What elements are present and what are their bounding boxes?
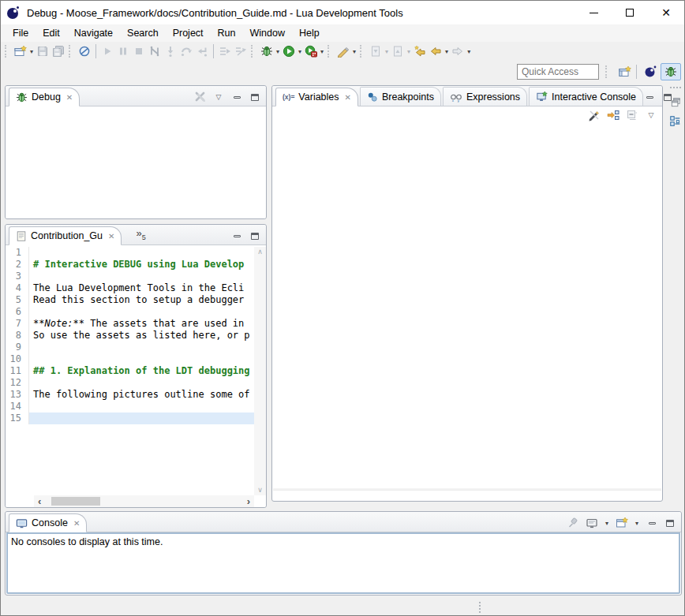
quick-access-input[interactable] (517, 64, 599, 80)
back-dropdown[interactable]: ▾ (444, 48, 450, 55)
line-number[interactable]: 11 (6, 365, 29, 377)
tab-interactive-console[interactable]: Interactive Console (529, 87, 643, 106)
coverage-button[interactable] (303, 43, 319, 60)
view-menu-button[interactable]: ▽ (212, 91, 225, 103)
menu-item-search[interactable]: Search (120, 25, 166, 41)
debug-dropdown[interactable]: ▾ (275, 48, 281, 55)
minimize-view-button[interactable] (646, 517, 658, 528)
display-selected-console-button[interactable] (586, 517, 598, 528)
line-number[interactable]: 6 (6, 306, 29, 318)
maximize-view-button[interactable] (249, 230, 261, 241)
scroll-down-icon[interactable]: ∨ (257, 487, 263, 494)
line-number[interactable]: 2 (6, 259, 29, 271)
resume-button[interactable] (99, 43, 115, 60)
line-number[interactable]: 12 (6, 377, 29, 389)
menu-item-file[interactable]: File (6, 25, 36, 41)
new-wizard-button[interactable] (13, 43, 28, 60)
tab-console[interactable]: Console ✕ (9, 513, 87, 532)
editor-horizontal-scrollbar[interactable]: ‹ › (34, 495, 254, 507)
open-console-button[interactable] (616, 517, 628, 528)
show-logical-structures-button[interactable] (607, 110, 619, 121)
line-number[interactable]: 9 (6, 342, 29, 353)
menu-item-edit[interactable]: Edit (36, 25, 67, 41)
tab-breakpoints[interactable]: Breakpoints (360, 87, 441, 106)
scroll-right-icon[interactable]: › (243, 496, 254, 506)
variables-content[interactable] (273, 106, 661, 500)
pin-console-button[interactable] (567, 517, 580, 528)
run-dropdown[interactable]: ▾ (297, 48, 303, 55)
line-number[interactable]: 13 (6, 389, 29, 401)
tab-debug[interactable]: Debug ✕ (9, 88, 80, 106)
show-type-names-button[interactable] (588, 110, 601, 121)
toolbar-drag-handle[interactable] (5, 45, 10, 58)
line-number[interactable]: 7 (6, 318, 29, 330)
line-number[interactable]: 4 (6, 282, 29, 294)
debug-perspective-button[interactable] (661, 63, 681, 80)
tab-expressions[interactable]: xy Expressions (443, 87, 527, 106)
line-number[interactable]: 5 (6, 294, 29, 306)
tab-variables[interactable]: (x)= Variables ✕ (275, 88, 358, 106)
more-editors-chevron[interactable]: »5 (136, 227, 145, 241)
forward-button[interactable] (450, 43, 466, 60)
scroll-up-icon[interactable]: ∧ (257, 248, 263, 256)
run-button[interactable] (281, 43, 297, 60)
forward-dropdown[interactable]: ▾ (466, 48, 472, 55)
step-over-button[interactable] (178, 43, 194, 60)
next-annotation-button[interactable] (368, 43, 384, 60)
debug-button[interactable] (259, 43, 275, 60)
scrollbar-thumb[interactable] (51, 497, 100, 506)
remove-terminated-launches-button[interactable] (194, 91, 207, 103)
maximize-view-button[interactable] (664, 517, 676, 528)
line-number[interactable]: 10 (6, 353, 29, 365)
last-edit-location-button[interactable] (412, 43, 428, 60)
window-close-button[interactable]: ✕ (648, 1, 684, 24)
editor-content[interactable]: 1 2 # Interactive DEBUG using Lua Develo… (6, 245, 266, 507)
menu-item-window[interactable]: Window (243, 25, 292, 41)
tab-close-icon[interactable]: ✕ (107, 232, 114, 241)
minimize-view-button[interactable] (230, 91, 243, 103)
editor-vertical-scrollbar[interactable]: ∧ ∨ (254, 247, 266, 495)
statusbar-drag-handle[interactable] (479, 602, 481, 613)
tab-close-icon[interactable]: ✕ (343, 93, 351, 102)
external-tools-button[interactable] (335, 43, 351, 60)
minimize-view-button[interactable] (230, 230, 243, 241)
restore-view-button[interactable] (669, 96, 682, 107)
use-step-filters-button[interactable] (233, 43, 249, 60)
window-maximize-button[interactable] (612, 1, 648, 24)
line-number[interactable]: 1 (6, 247, 29, 259)
step-return-button[interactable] (194, 43, 210, 60)
view-menu-button[interactable]: ▽ (645, 110, 657, 121)
new-wizard-dropdown[interactable]: ▾ (28, 48, 35, 55)
minimize-view-button[interactable] (643, 91, 656, 103)
previous-annotation-dropdown[interactable]: ▾ (406, 48, 412, 55)
tab-contribution-guide[interactable]: Contribution_Gu ✕ (9, 226, 122, 245)
line-number[interactable]: 3 (6, 271, 29, 282)
trim-drag-handle[interactable] (670, 87, 681, 88)
coverage-dropdown[interactable]: ▾ (319, 48, 325, 55)
terminate-button[interactable] (131, 43, 147, 60)
line-number[interactable]: 14 (6, 401, 29, 413)
save-button[interactable] (35, 43, 51, 60)
maximize-view-button[interactable] (249, 91, 261, 103)
window-minimize-button[interactable] (575, 1, 612, 24)
disconnect-button[interactable] (147, 43, 163, 60)
menu-item-project[interactable]: Project (166, 25, 211, 41)
next-annotation-dropdown[interactable]: ▾ (384, 48, 390, 55)
show-execution-point-button[interactable] (217, 43, 233, 60)
open-perspective-button[interactable] (617, 63, 633, 80)
skip-all-breakpoints-button[interactable] (77, 43, 92, 60)
debug-view-content[interactable] (6, 106, 266, 218)
menu-item-navigate[interactable]: Navigate (67, 25, 120, 41)
lua-perspective-button[interactable] (640, 63, 661, 80)
collapse-all-button[interactable] (626, 110, 638, 121)
previous-annotation-button[interactable] (390, 43, 406, 60)
external-tools-dropdown[interactable]: ▾ (351, 48, 357, 55)
outline-view-button[interactable] (669, 115, 682, 126)
menu-item-help[interactable]: Help (292, 25, 327, 41)
tab-close-icon[interactable]: ✕ (72, 519, 80, 528)
menu-item-run[interactable]: Run (211, 25, 243, 41)
variables-horizontal-scrollbar[interactable] (273, 490, 661, 500)
scroll-left-icon[interactable]: ‹ (34, 496, 45, 506)
step-into-button[interactable] (163, 43, 178, 60)
tab-close-icon[interactable]: ✕ (65, 93, 73, 102)
